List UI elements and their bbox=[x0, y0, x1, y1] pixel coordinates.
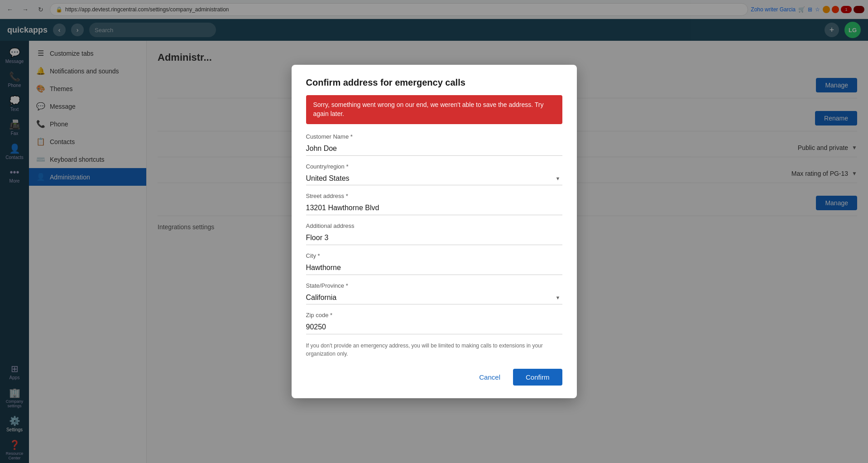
additional-address-group: Additional address bbox=[306, 222, 562, 245]
street-address-label: Street address * bbox=[306, 193, 562, 199]
modal-footer: Cancel Confirm bbox=[306, 369, 562, 386]
zip-code-input[interactable] bbox=[306, 320, 562, 334]
modal-title: Confirm address for emergency calls bbox=[306, 77, 562, 88]
error-banner: Sorry, something went wrong on our end, … bbox=[306, 95, 562, 124]
country-region-group: Country/region * United States Canada Me… bbox=[306, 163, 562, 185]
state-province-group: State/Province * California New York Tex… bbox=[306, 282, 562, 304]
city-input[interactable] bbox=[306, 261, 562, 275]
additional-address-label: Additional address bbox=[306, 222, 562, 229]
country-region-label: Country/region * bbox=[306, 163, 562, 170]
confirm-button[interactable]: Confirm bbox=[513, 369, 562, 386]
state-province-label: State/Province * bbox=[306, 282, 562, 289]
zip-code-label: Zip code * bbox=[306, 312, 562, 318]
street-address-group: Street address * bbox=[306, 193, 562, 215]
additional-address-input[interactable] bbox=[306, 231, 562, 245]
city-label: City * bbox=[306, 252, 562, 259]
country-region-select-wrapper: United States Canada Mexico United Kingd… bbox=[306, 172, 562, 185]
customer-name-label: Customer Name * bbox=[306, 133, 562, 140]
form-note: If you don't provide an emergency addres… bbox=[306, 342, 562, 358]
zip-code-group: Zip code * bbox=[306, 312, 562, 334]
modal-overlay: Confirm address for emergency calls Sorr… bbox=[0, 0, 868, 463]
customer-name-input[interactable] bbox=[306, 142, 562, 156]
confirm-address-modal: Confirm address for emergency calls Sorr… bbox=[292, 65, 577, 398]
state-province-select-wrapper: California New York Texas Florida bbox=[306, 291, 562, 304]
country-region-select[interactable]: United States Canada Mexico United Kingd… bbox=[306, 172, 562, 185]
city-group: City * bbox=[306, 252, 562, 275]
customer-name-group: Customer Name * bbox=[306, 133, 562, 156]
state-province-select[interactable]: California New York Texas Florida bbox=[306, 291, 562, 304]
cancel-button[interactable]: Cancel bbox=[472, 369, 508, 386]
street-address-input[interactable] bbox=[306, 201, 562, 215]
